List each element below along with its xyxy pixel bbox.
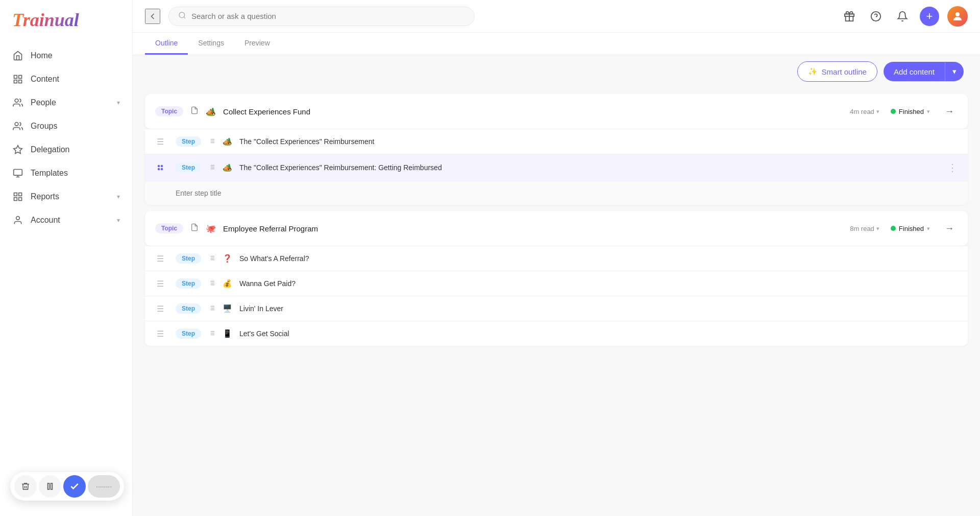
step-tag-2-4: Step xyxy=(176,329,201,339)
sidebar-item-reports[interactable]: Reports ▾ xyxy=(0,185,132,208)
reports-chevron-icon: ▾ xyxy=(117,193,120,200)
sidebar: Trainual Home Content People ▾ xyxy=(0,0,133,516)
step-list-icon-2-2 xyxy=(208,279,215,288)
step-emoji-2-3: 🖥️ xyxy=(223,304,232,313)
drag-handle-1-2[interactable] xyxy=(153,160,167,175)
sidebar-item-reports-label: Reports xyxy=(31,192,110,201)
svg-rect-3 xyxy=(14,80,17,83)
drag-handle-1-1[interactable]: ☰ xyxy=(153,134,167,149)
tab-preview[interactable]: Preview xyxy=(234,33,280,55)
sidebar-item-templates[interactable]: Templates xyxy=(0,161,132,185)
finished-dot-2 xyxy=(891,226,896,231)
templates-icon xyxy=(12,168,23,179)
search-input[interactable] xyxy=(191,12,465,20)
add-content-dropdown-arrow[interactable]: ▾ xyxy=(945,62,964,81)
step-tag-2-1: Step xyxy=(176,253,201,264)
step-emoji-2-4: 📱 xyxy=(223,329,232,338)
people-chevron-icon: ▾ xyxy=(117,99,120,106)
topic-emoji-1: 🏕️ xyxy=(206,107,216,116)
step-row-2-3: ☰ Step 🖥️ Livin' In Lever xyxy=(145,296,968,321)
search-icon xyxy=(178,11,186,21)
sidebar-item-account[interactable]: Account ▾ xyxy=(0,208,132,232)
avatar[interactable] xyxy=(947,6,968,27)
svg-point-5 xyxy=(15,123,18,126)
collapse-sidebar-button[interactable] xyxy=(145,9,160,24)
step-emoji-2-2: 💰 xyxy=(223,279,232,288)
sidebar-nav: Home Content People ▾ Groups xyxy=(0,40,132,516)
finished-chevron-2[interactable]: ▾ xyxy=(927,225,930,232)
topic-row-2: Topic 🐙 Employee Referral Program 8m rea… xyxy=(145,211,968,346)
trash-button[interactable] xyxy=(14,475,37,498)
add-button[interactable]: + xyxy=(920,7,939,26)
add-content-main-label[interactable]: Add content xyxy=(884,62,945,81)
drag-handle-2-4[interactable]: ☰ xyxy=(153,326,167,341)
step-tag-1-1: Step xyxy=(176,136,201,147)
sidebar-item-delegation-label: Delegation xyxy=(31,145,120,154)
step-emoji-1-2: 🏕️ xyxy=(223,163,232,172)
svg-point-26 xyxy=(158,166,160,167)
svg-rect-9 xyxy=(19,193,22,196)
main-area: + Outline Settings Preview ✨ Smart outli… xyxy=(133,0,980,516)
svg-point-28 xyxy=(158,169,160,170)
sidebar-item-delegation[interactable]: Delegation xyxy=(0,138,132,161)
help-icon-button[interactable] xyxy=(867,7,885,26)
topic-emoji-2: 🐙 xyxy=(206,224,216,233)
topic-header-2: Topic 🐙 Employee Referral Program 8m rea… xyxy=(145,211,968,246)
content-actions: ✨ Smart outline Add content ▾ xyxy=(133,55,980,88)
step-list-icon-2-3 xyxy=(208,304,215,313)
finished-badge-2[interactable]: Finished ▾ xyxy=(886,223,935,234)
svg-point-4 xyxy=(15,99,18,103)
topic-navigate-button-1[interactable]: → xyxy=(941,103,958,120)
sidebar-item-groups-label: Groups xyxy=(31,122,120,131)
sidebar-item-content[interactable]: Content xyxy=(0,67,132,91)
step-list-icon-1-1 xyxy=(208,137,215,146)
tab-settings[interactable]: Settings xyxy=(188,33,234,55)
pill-button[interactable]: ········ xyxy=(88,475,120,498)
step-row-2-4: ☰ Step 📱 Let's Get Social xyxy=(145,321,968,346)
new-step-row-1 xyxy=(145,181,968,205)
sidebar-item-account-label: Account xyxy=(31,216,110,225)
topic-title-2: Employee Referral Program xyxy=(223,224,843,233)
drag-handle-2-1[interactable]: ☰ xyxy=(153,251,167,266)
svg-rect-13 xyxy=(48,483,50,489)
finished-chevron-1[interactable]: ▾ xyxy=(927,108,930,115)
sidebar-item-home-label: Home xyxy=(31,51,120,60)
topic-title-1: Collect Experiences Fund xyxy=(223,107,843,116)
drag-handle-2-3[interactable]: ☰ xyxy=(153,301,167,316)
drag-handle-2-2[interactable]: ☰ xyxy=(153,276,167,291)
smart-outline-button[interactable]: ✨ Smart outline xyxy=(797,61,877,82)
svg-point-27 xyxy=(161,166,163,167)
sidebar-item-content-label: Content xyxy=(31,75,120,84)
sidebar-item-groups[interactable]: Groups xyxy=(0,114,132,138)
tab-active[interactable]: Outline xyxy=(145,33,188,55)
account-chevron-icon: ▾ xyxy=(117,217,120,224)
svg-point-29 xyxy=(161,169,163,170)
read-time-chevron-1[interactable]: ▾ xyxy=(876,108,879,115)
wand-icon: ✨ xyxy=(808,67,818,76)
step-row-2-2: ☰ Step 💰 Wanna Get Paid? xyxy=(145,271,968,296)
gift-icon-button[interactable] xyxy=(840,7,859,26)
check-button[interactable] xyxy=(63,475,86,498)
step-more-button-1-2[interactable]: ⋮ xyxy=(947,161,958,174)
svg-rect-10 xyxy=(19,198,22,201)
pause-button[interactable] xyxy=(39,475,61,498)
topic-navigate-button-2[interactable]: → xyxy=(941,220,958,237)
notification-icon-button[interactable] xyxy=(893,7,912,26)
sub-nav: Outline Settings Preview xyxy=(133,33,980,55)
svg-rect-7 xyxy=(14,170,22,176)
sidebar-item-people-label: People xyxy=(31,98,110,107)
sidebar-item-home[interactable]: Home xyxy=(0,44,132,67)
finished-badge-1[interactable]: Finished ▾ xyxy=(886,106,935,118)
step-emoji-1-1: 🏕️ xyxy=(223,137,232,146)
sidebar-item-people[interactable]: People ▾ xyxy=(0,91,132,114)
add-content-button[interactable]: Add content ▾ xyxy=(884,62,964,81)
step-list-icon-1-2 xyxy=(208,163,215,172)
step-row-2-1: ☰ Step ❓ So What's A Referral? xyxy=(145,246,968,271)
svg-rect-1 xyxy=(19,76,22,79)
logo-text: Trainual xyxy=(12,9,79,31)
sidebar-logo: Trainual xyxy=(0,0,132,40)
new-step-input-1[interactable] xyxy=(176,189,958,197)
svg-point-12 xyxy=(16,217,20,220)
read-time-chevron-2[interactable]: ▾ xyxy=(876,225,879,232)
topic-meta-1: 4m read ▾ Finished ▾ → xyxy=(850,103,958,120)
